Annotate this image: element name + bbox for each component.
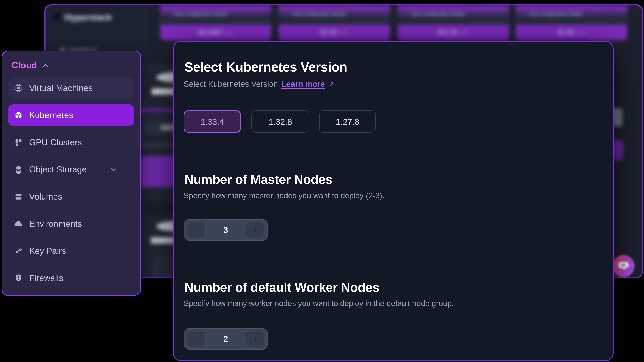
price-value: $0.3484	[198, 29, 222, 36]
sidebar-item-label: GPU Clusters	[29, 137, 82, 147]
sidebar-item-label: Kubernetes	[29, 110, 73, 120]
modal-subtitle: Select Kubernetes Version Learn more	[184, 79, 335, 89]
increment-button[interactable]: +	[246, 331, 264, 347]
price-unit: /hour	[338, 30, 348, 35]
chevron-down-icon: ⌄	[406, 12, 409, 16]
cpu-icon	[14, 84, 23, 93]
worker-nodes-stepper: − 2 +	[184, 328, 268, 350]
pricing-card: ⌄View configuration details $1.08/hour	[516, 5, 627, 40]
sidebar-item-object-storage[interactable]: Object Storage	[8, 159, 134, 180]
decrement-button[interactable]: −	[187, 331, 206, 347]
price-value: $11.20	[438, 29, 457, 36]
price-banner: $11.20/hour	[398, 25, 510, 40]
price-banner: $1.35/hour	[278, 25, 390, 40]
price-value: $1.35	[320, 29, 336, 36]
worker-nodes-description: Specify how many worker nodes you want t…	[184, 299, 454, 308]
view-config-link[interactable]: ⌄View configuration details	[168, 12, 228, 17]
view-config-link[interactable]: ⌄View configuration details	[524, 12, 583, 17]
sidebar-item-label: Volumes	[29, 192, 62, 202]
subtitle-text: Select Kubernetes Version	[184, 79, 278, 89]
chevron-up-icon	[42, 61, 49, 69]
hyperstack-logo-icon	[52, 11, 62, 22]
chat-bubble-icon	[616, 259, 630, 273]
sidebar-item-label: Firewalls	[29, 273, 63, 283]
master-nodes-value: 3	[224, 225, 228, 235]
price-unit: /hour	[575, 30, 585, 35]
pricing-card: ⌄View configuration details $1.35/hour	[278, 5, 390, 40]
price-value: $1.08	[558, 29, 574, 36]
master-nodes-title: Number of Master Nodes	[184, 172, 332, 187]
chat-widget-button[interactable]	[612, 255, 634, 277]
sidebar-item-firewalls[interactable]: Firewalls	[8, 267, 134, 289]
screen: Hyperstack Dashboard ⌄View configuration…	[0, 0, 644, 362]
worker-nodes-value: 2	[224, 334, 228, 344]
cube-icon	[14, 111, 23, 120]
shield-icon	[14, 274, 23, 283]
chevron-down-icon: ⌄	[168, 12, 172, 16]
view-config-link[interactable]: ⌄View configuration details	[286, 12, 346, 17]
modal-title: Select Kubernetes Version	[184, 60, 347, 75]
view-config-link[interactable]: ⌄View configuration details	[406, 12, 465, 17]
sidebar-item-label: Virtual Machines	[29, 83, 93, 93]
master-nodes-description: Specify how many master nodes you want t…	[184, 191, 384, 200]
price-unit: /hour	[459, 30, 469, 35]
kubernetes-config-modal: Select Kubernetes Version Select Kuberne…	[173, 41, 614, 361]
chevron-down-icon	[110, 165, 118, 173]
gpu-icon	[14, 138, 23, 147]
sidebar-header-cloud[interactable]: Cloud	[12, 60, 134, 71]
master-nodes-stepper: − 3 +	[184, 219, 268, 241]
cloud-icon	[14, 219, 23, 228]
price-banner: $0.3484/hour	[160, 25, 271, 40]
price-unit: /hour	[223, 30, 233, 35]
sidebar-header-label: Cloud	[12, 60, 37, 71]
pricing-card: ⌄View configuration details $0.3484/hour	[160, 5, 271, 40]
cloud-sidebar-popover: Cloud Virtual Machines Kubernetes GPU Cl…	[2, 51, 141, 296]
sidebar-item-gpu-clusters[interactable]: GPU Clusters	[8, 132, 134, 153]
chevron-down-icon: ⌄	[286, 12, 290, 16]
sidebar-item-label: Key Pairs	[29, 246, 66, 256]
price-banner: $1.08/hour	[516, 25, 627, 40]
sidebar-item-kubernetes[interactable]: Kubernetes	[8, 104, 134, 126]
divider	[46, 34, 145, 35]
version-option-1.33.4[interactable]: 1.33.4	[184, 110, 241, 133]
chevron-down-icon: ⌄	[524, 12, 527, 16]
version-option-1.27.8[interactable]: 1.27.8	[319, 110, 376, 133]
worker-nodes-title: Number of default Worker Nodes	[184, 280, 379, 295]
brand-name: Hyperstack	[64, 12, 112, 22]
server-icon	[14, 192, 23, 201]
sidebar-item-label: Environments	[29, 219, 82, 229]
decrement-button[interactable]: −	[187, 222, 206, 238]
sidebar-item-environments[interactable]: Environments	[8, 213, 134, 235]
pricing-card: ⌄View configuration details $11.20/hour	[398, 5, 510, 40]
sidebar-item-label: Object Storage	[29, 164, 87, 174]
key-icon	[14, 246, 23, 256]
sidebar-item-volumes[interactable]: Volumes	[8, 186, 134, 208]
arrow-up-right-icon	[328, 81, 335, 88]
version-option-1.32.8[interactable]: 1.32.8	[251, 110, 309, 133]
sidebar-item-key-pairs[interactable]: Key Pairs	[8, 240, 134, 262]
sidebar-item-virtual-machines[interactable]: Virtual Machines	[8, 77, 134, 99]
learn-more-link[interactable]: Learn more	[281, 79, 325, 89]
increment-button[interactable]: +	[246, 222, 264, 238]
database-icon	[14, 165, 23, 174]
